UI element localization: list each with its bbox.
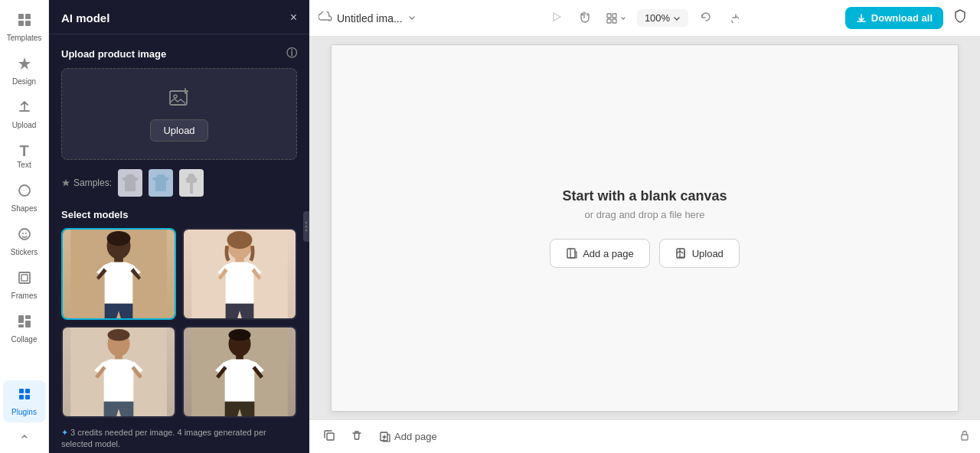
svg-point-22 — [107, 231, 131, 246]
lock-icon — [959, 429, 971, 445]
topbar-right: Download all — [750, 5, 971, 31]
svg-rect-42 — [612, 19, 616, 23]
hand-tool-button[interactable] — [573, 8, 595, 29]
panel-title: AI model — [61, 11, 109, 24]
panel-drag-handle[interactable] — [303, 211, 309, 242]
svg-point-26 — [227, 231, 253, 249]
upload-button[interactable]: Upload — [150, 119, 207, 142]
sidebar-item-collage[interactable]: Collage — [3, 308, 46, 350]
svg-point-38 — [305, 230, 308, 232]
redo-button[interactable] — [722, 8, 743, 29]
credits-bolt-icon: ✦ — [61, 428, 70, 437]
sample-shirt-2[interactable] — [149, 169, 173, 197]
delete-page-button[interactable] — [346, 426, 368, 448]
model-card-3[interactable] — [61, 326, 176, 418]
upload-area[interactable]: Upload — [61, 68, 297, 160]
svg-rect-3 — [25, 21, 31, 26]
zoom-button[interactable]: 100% — [637, 9, 688, 27]
svg-point-7 — [25, 233, 27, 234]
upload-canvas-label: Upload — [692, 248, 724, 259]
layout-button[interactable] — [601, 9, 631, 28]
svg-point-4 — [19, 185, 30, 196]
svg-rect-14 — [19, 389, 24, 393]
plugins-icon — [17, 386, 32, 406]
svg-rect-9 — [21, 275, 28, 281]
svg-rect-43 — [567, 249, 575, 258]
stickers-icon — [17, 226, 32, 246]
download-all-button[interactable]: Download all — [845, 7, 943, 29]
samples-label: Samples: — [61, 178, 112, 188]
sidebar: Templates Design Upload T Text Shapes St… — [0, 0, 49, 453]
sidebar-item-label: Design — [12, 77, 36, 86]
credits-text: ✦ 3 credits needed per image. 4 images g… — [61, 427, 297, 451]
sidebar-item-label: Shapes — [11, 204, 38, 213]
canvas-page: Start with a blank canvas or drag and dr… — [331, 44, 959, 412]
copy-page-button[interactable] — [318, 426, 340, 448]
bottombar: Add page — [309, 419, 980, 453]
canvas-actions: Add a page Upload — [550, 239, 740, 268]
svg-rect-10 — [18, 315, 24, 323]
canvas-area: Untitled ima... 100% — [309, 0, 980, 453]
panel-close-button[interactable]: × — [290, 11, 297, 24]
sidebar-item-upload[interactable]: Upload — [3, 93, 46, 135]
sidebar-item-text[interactable]: T Text — [3, 137, 46, 175]
model-card-1[interactable] — [61, 228, 176, 320]
blank-canvas-title: Start with a blank canvas — [562, 188, 727, 204]
templates-icon — [17, 12, 32, 31]
sidebar-collapse-button[interactable] — [3, 425, 46, 447]
cloud-icon — [318, 11, 332, 25]
sample-shirt-1[interactable] — [118, 169, 142, 197]
blank-canvas-subtitle: or drag and drop a file here — [562, 209, 727, 220]
panel-body: Upload product image ⓘ Upload Samples: — [49, 34, 309, 453]
sidebar-item-label: Plugins — [11, 408, 37, 416]
sample-dress[interactable] — [179, 169, 204, 197]
svg-point-30 — [108, 329, 130, 341]
ai-model-panel: AI model × Upload product image ⓘ Upload… — [49, 0, 309, 453]
svg-point-36 — [305, 222, 308, 224]
svg-rect-2 — [18, 21, 24, 26]
svg-rect-0 — [18, 14, 24, 19]
topbar-left: Untitled ima... — [318, 11, 540, 25]
svg-point-37 — [305, 226, 308, 228]
upload-section-title: Upload product image ⓘ — [61, 47, 297, 60]
play-button[interactable] — [546, 8, 567, 29]
models-grid — [61, 228, 297, 418]
sidebar-item-label: Templates — [7, 34, 42, 42]
svg-rect-1 — [25, 14, 31, 19]
add-page-canvas-label: Add a page — [583, 248, 634, 259]
svg-point-5 — [19, 229, 30, 240]
svg-point-6 — [22, 233, 24, 234]
upload-canvas-button[interactable]: Upload — [659, 239, 740, 268]
add-page-button[interactable]: Add page — [374, 427, 443, 446]
sidebar-item-plugins[interactable]: Plugins — [3, 380, 46, 422]
svg-rect-40 — [612, 14, 616, 18]
svg-rect-8 — [19, 272, 30, 283]
add-page-canvas-button[interactable]: Add a page — [550, 239, 650, 268]
sidebar-item-stickers[interactable]: Stickers — [3, 220, 46, 262]
sidebar-item-frames[interactable]: Frames — [3, 264, 46, 306]
canvas-content: Start with a blank canvas or drag and dr… — [309, 37, 980, 419]
sidebar-item-design[interactable]: Design — [3, 50, 46, 92]
sidebar-item-label: Collage — [11, 335, 38, 344]
info-icon[interactable]: ⓘ — [286, 47, 297, 60]
sidebar-item-label: Upload — [12, 121, 37, 129]
svg-rect-45 — [327, 433, 334, 440]
shapes-icon — [17, 183, 32, 202]
download-label: Download all — [871, 12, 933, 24]
svg-point-34 — [229, 329, 251, 341]
sidebar-item-shapes[interactable]: Shapes — [3, 177, 46, 219]
upload-icon — [17, 99, 32, 119]
collage-icon — [17, 314, 32, 333]
image-add-icon — [168, 87, 190, 113]
sidebar-item-templates[interactable]: Templates — [3, 6, 46, 48]
model-card-4[interactable] — [182, 326, 297, 418]
topbar-center: 100% — [546, 8, 743, 29]
title-chevron-icon[interactable] — [407, 13, 416, 24]
shield-button[interactable] — [949, 5, 971, 31]
svg-rect-47 — [962, 435, 968, 440]
sidebar-item-label: Frames — [11, 292, 38, 300]
panel-header: AI model × — [49, 0, 309, 34]
model-card-2[interactable] — [182, 228, 297, 320]
svg-rect-15 — [25, 389, 30, 393]
undo-button[interactable] — [694, 8, 716, 29]
